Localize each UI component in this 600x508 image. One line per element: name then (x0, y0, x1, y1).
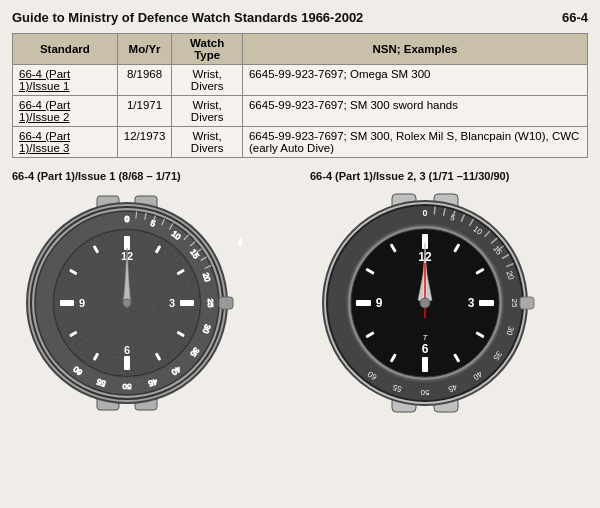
page: Guide to Ministry of Defence Watch Stand… (0, 0, 600, 428)
svg-text:25: 25 (206, 299, 215, 308)
watch-section: 66-4 (Part 1)/Issue 1 (8/68 – 1/71) (12, 170, 588, 418)
svg-rect-33 (124, 236, 130, 250)
col-moyr: Mo/Yr (117, 34, 172, 65)
svg-rect-40 (185, 302, 193, 305)
standard-cell: 66-4 (Part 1)/Issue 2 (13, 96, 118, 127)
svg-text:9: 9 (376, 296, 383, 310)
table-row: 66-4 (Part 1)/Issue 2 1/1971 Wrist, Dive… (13, 96, 588, 127)
standard-cell: 66-4 (Part 1)/Issue 1 (13, 65, 118, 96)
watch-label-1: 66-4 (Part 1)/Issue 1 (8/68 – 1/71) (12, 170, 181, 182)
watch-label-2: 66-4 (Part 1)/Issue 2, 3 (1/71 –11/30/90… (310, 170, 509, 182)
moyr-cell: 12/1973 (117, 127, 172, 158)
watch-image-2: 0 5 10 15 20 25 30 35 40 45 50 55 60 (310, 188, 540, 418)
svg-point-108 (420, 298, 430, 308)
svg-rect-91 (356, 300, 371, 306)
watchtype-cell: Wrist, Divers (172, 127, 243, 158)
svg-rect-89 (479, 300, 494, 306)
svg-text:9: 9 (79, 297, 85, 309)
nsn-cell: 6645-99-923-7697; Omega SM 300 (242, 65, 587, 96)
watch-col-1: 66-4 (Part 1)/Issue 1 (8/68 – 1/71) (12, 170, 290, 418)
watchtype-cell: Wrist, Divers (172, 65, 243, 96)
nsn-cell: 6645-99-923-7697; SM 300, Rolex Mil S, B… (242, 127, 587, 158)
svg-text:0: 0 (124, 214, 129, 224)
svg-line-76 (434, 207, 435, 215)
page-ref: 66-4 (562, 10, 588, 25)
watch-col-2: 66-4 (Part 1)/Issue 2, 3 (1/71 –11/30/90… (310, 170, 588, 418)
svg-text:6: 6 (422, 342, 429, 356)
header-row: Guide to Ministry of Defence Watch Stand… (12, 10, 588, 25)
svg-rect-43 (126, 361, 129, 369)
table-row: 66-4 (Part 1)/Issue 1 8/1968 Wrist, Dive… (13, 65, 588, 96)
svg-rect-46 (61, 302, 69, 305)
svg-text:6: 6 (124, 344, 130, 356)
standards-table: Standard Mo/Yr Watch Type NSN; Examples … (12, 33, 588, 158)
svg-text:3: 3 (169, 297, 175, 309)
svg-rect-37 (237, 234, 242, 247)
svg-point-55 (123, 299, 131, 307)
moyr-cell: 1/1971 (117, 96, 172, 127)
standard-cell: 66-4 (Part 1)/Issue 3 (13, 127, 118, 158)
svg-rect-56 (219, 297, 233, 309)
svg-rect-90 (422, 357, 428, 372)
page-title: Guide to Ministry of Defence Watch Stand… (12, 10, 363, 25)
svg-text:3: 3 (468, 296, 475, 310)
nsn-cell: 6645-99-923-7697; SM 300 sword hands (242, 96, 587, 127)
svg-rect-109 (520, 297, 534, 309)
col-standard: Standard (13, 34, 118, 65)
watchtype-cell: Wrist, Divers (172, 96, 243, 127)
svg-text:50: 50 (122, 382, 131, 391)
svg-text:25: 25 (510, 299, 519, 308)
col-nsn: NSN; Examples (242, 34, 587, 65)
svg-text:50: 50 (420, 388, 429, 397)
watch-image-1: 0 5 10 15 20 25 30 35 40 45 50 55 60 (12, 188, 242, 418)
col-watchtype: Watch Type (172, 34, 243, 65)
table-row: 66-4 (Part 1)/Issue 3 12/1973 Wrist, Div… (13, 127, 588, 158)
moyr-cell: 8/1968 (117, 65, 172, 96)
svg-text:0: 0 (422, 208, 427, 218)
